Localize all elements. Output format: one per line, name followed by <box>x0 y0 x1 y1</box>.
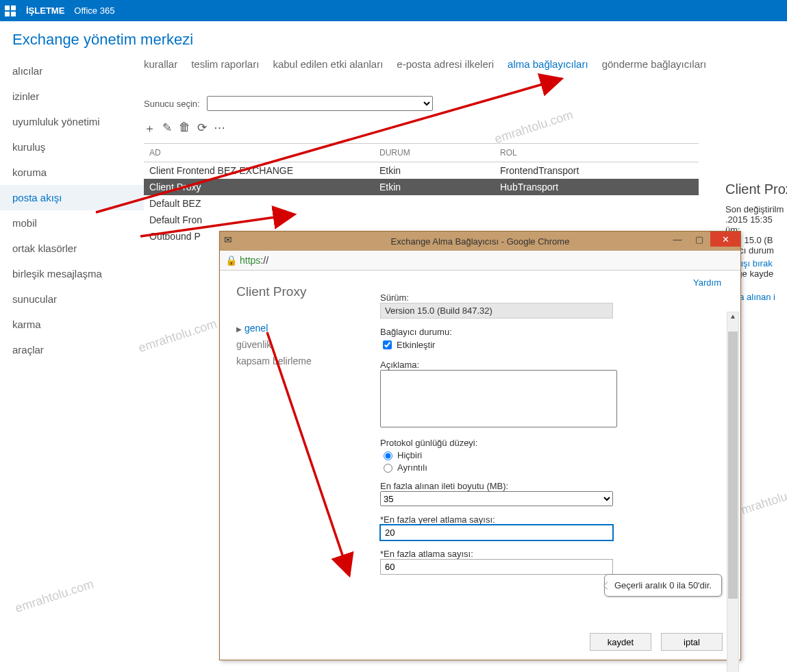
proto-verbose-radio[interactable] <box>384 464 392 473</box>
sidebar-item[interactable]: sunucular <box>0 286 144 312</box>
dialog-title: Client Proxy <box>236 284 373 299</box>
topbar-brand[interactable]: İŞLETME <box>26 5 64 16</box>
url-input[interactable] <box>271 255 735 266</box>
table-row[interactable]: Client Frontend BEZ-EXCHANGEEtkinFronten… <box>144 162 699 179</box>
col-status[interactable]: DURUM <box>374 144 495 162</box>
minimize-button[interactable]: ― <box>666 232 688 247</box>
connector-table: AD DURUM ROL Client Frontend BEZ-EXCHANG… <box>144 143 699 245</box>
sidebar-item[interactable]: posta akışı <box>0 185 144 210</box>
maxhop-input[interactable] <box>380 559 613 575</box>
sidebar-item[interactable]: birleşik mesajlaşma <box>0 261 144 286</box>
maxlocal-label: *En fazla yerel atlama sayısı: <box>380 514 719 525</box>
tab[interactable]: gönderme bağlayıcıları <box>602 58 707 70</box>
scroll-thumb[interactable] <box>728 332 738 599</box>
table-row[interactable]: Default BEZ <box>144 195 699 212</box>
tab[interactable]: kabul edilen etki alanları <box>273 58 383 70</box>
svg-rect-0 <box>5 5 10 10</box>
delete-icon[interactable]: 🗑 <box>179 121 190 136</box>
maxmsg-select[interactable]: 35 <box>380 491 613 506</box>
enable-checkbox[interactable] <box>383 340 392 349</box>
table-row[interactable]: Default Fron <box>144 212 699 228</box>
server-select-label: Sunucu seçin: <box>144 99 200 109</box>
sidebar-item[interactable]: araçlar <box>0 337 144 362</box>
sidebar-item[interactable]: ortak klasörler <box>0 236 144 261</box>
maxmsg-label: En fazla alınan ileti boyutu (MB): <box>380 481 719 491</box>
close-button[interactable]: ✕ <box>710 232 740 247</box>
table-row[interactable]: Client ProxyEtkinHubTransport <box>144 179 699 195</box>
proto-label: Protokol günlüğü düzeyi: <box>380 438 719 448</box>
topbar-o365[interactable]: Office 365 <box>74 5 114 16</box>
server-select[interactable] <box>207 96 433 111</box>
add-icon[interactable]: ＋ <box>144 121 155 136</box>
nav-scoping[interactable]: kapsam belirleme <box>236 353 373 369</box>
sidebar-item[interactable]: izinler <box>0 84 144 109</box>
nav-general[interactable]: ▶genel <box>236 320 373 336</box>
sidebar-item[interactable]: uyumluluk yönetimi <box>0 109 144 134</box>
top-bar: İŞLETME Office 365 <box>0 0 787 21</box>
popup-title-text: Exchange Alma Bağlayıcısı - Google Chrom… <box>391 236 570 247</box>
save-button[interactable]: kaydet <box>590 633 651 651</box>
version-value: Version 15.0 (Build 847.32) <box>380 303 613 319</box>
scroll-up-icon[interactable]: ▲ <box>727 312 738 325</box>
svg-rect-1 <box>11 5 16 10</box>
watermark: emrahtolu.com <box>14 577 96 616</box>
maximize-button[interactable]: ▢ <box>688 232 710 247</box>
help-link[interactable]: Yardım <box>693 277 721 288</box>
popup-titlebar[interactable]: ✉ Exchange Alma Bağlayıcısı - Google Chr… <box>220 232 740 251</box>
page-title: Exchange yönetim merkezi <box>12 31 787 49</box>
popup-app-icon: ✉ <box>224 234 232 245</box>
details-title: Client Prox <box>725 182 787 197</box>
validation-tooltip: Geçerli aralık 0 ila 50'dir. <box>604 574 722 597</box>
tab[interactable]: e-posta adresi ilkeleri <box>397 58 494 70</box>
desc-label: Açıklama: <box>380 360 719 370</box>
sidebar-item[interactable]: kuruluş <box>0 134 144 160</box>
col-name[interactable]: AD <box>144 144 374 162</box>
tab[interactable]: alma bağlayıcıları <box>508 58 588 70</box>
enable-label: Etkinleştir <box>397 340 435 350</box>
popup-scrollbar[interactable]: ▲ ▼ <box>727 312 739 672</box>
edit-icon[interactable]: ✎ <box>162 121 172 136</box>
cancel-button[interactable]: iptal <box>661 633 723 651</box>
svg-rect-2 <box>5 12 10 16</box>
refresh-icon[interactable]: ⟳ <box>197 121 207 136</box>
description-textarea[interactable] <box>380 370 617 427</box>
tab[interactable]: teslim raporları <box>191 58 259 70</box>
svg-rect-3 <box>11 12 16 16</box>
maxlocal-input[interactable] <box>380 525 613 540</box>
more-icon[interactable]: ⋯ <box>214 121 225 136</box>
sidebar-item[interactable]: koruma <box>0 160 144 185</box>
tab[interactable]: kurallar <box>144 58 177 70</box>
sidebar: alıcılarizinleruyumluluk yönetimikuruluş… <box>0 58 144 362</box>
col-role[interactable]: ROL <box>495 144 699 162</box>
conn-status-label: Bağlayıcı durumu: <box>380 327 719 337</box>
sidebar-item[interactable]: alıcılar <box>0 58 144 84</box>
maxhop-label: *En fazla atlama sayısı: <box>380 549 719 559</box>
address-bar[interactable]: 🔒 https:// <box>220 251 740 271</box>
nav-security[interactable]: güvenlik <box>236 336 373 353</box>
lock-icon: 🔒 <box>225 255 237 266</box>
toolbar: ＋ ✎ 🗑 ⟳ ⋯ <box>144 121 787 136</box>
sidebar-item[interactable]: mobil <box>0 210 144 236</box>
version-label: Sürüm: <box>380 293 719 303</box>
app-logo-icon <box>4 5 16 17</box>
url-scheme: https <box>240 255 260 266</box>
proto-none-radio[interactable] <box>384 451 392 460</box>
tabs: kurallarteslim raporlarıkabul edilen etk… <box>144 58 787 77</box>
sidebar-item[interactable]: karma <box>0 312 144 337</box>
